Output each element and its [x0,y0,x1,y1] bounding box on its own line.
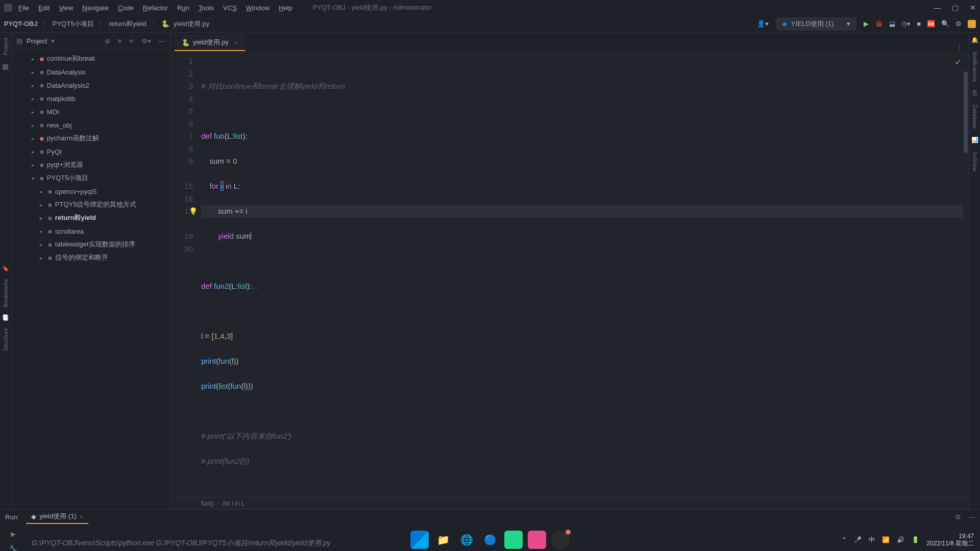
sciview-button[interactable]: SciView [972,152,978,171]
editor-more-icon[interactable]: ⋮ [956,43,963,51]
database-icon[interactable]: 🗄 [972,90,977,96]
bookmarks-icon[interactable]: 🔖 [2,265,9,272]
chrome-icon[interactable]: 🔵 [481,531,499,549]
run-tab[interactable]: ◆ yield使用 (1) × [26,510,88,524]
wifi-icon[interactable]: 📶 [882,536,890,543]
tree-item-scrollarea[interactable]: ▸■scrollarea [11,224,170,238]
database-button[interactable]: Database [972,105,978,129]
notifications-icon[interactable]: 🔔 [971,37,978,43]
close-tab-icon[interactable]: × [234,39,238,46]
stop-button[interactable]: ■ [917,20,921,28]
breadcrumb-item[interactable]: return和yield [109,19,146,29]
breadcrumb-file[interactable]: yield使用.py [174,19,209,29]
tree-item-matplotlib[interactable]: ▸■matplotlib [11,92,170,105]
project-panel-title[interactable]: Project [27,37,47,45]
project-stripe-icon[interactable]: ▦ [2,62,9,70]
tree-item-tablewidget实现数据的排序[interactable]: ▸■tablewidget实现数据的排序 [11,238,170,251]
plugin-icon[interactable] [968,20,976,28]
expand-icon[interactable]: ≡ [117,37,121,45]
breadcrumb-root[interactable]: PYQT-OBJ [4,20,38,28]
breadcrumb-item[interactable]: PYQT5小项目 [53,19,94,29]
chevron-down-icon[interactable]: ▾ [51,37,55,45]
menu-window[interactable]: Window [246,4,270,12]
editor-scrollbar[interactable] [963,51,969,497]
structure-icon[interactable]: 📑 [2,314,9,321]
tree-item-continue和break[interactable]: ▸■continue和break [11,52,170,65]
minimize-button[interactable]: ― [934,4,941,12]
folder-icon: ■ [40,55,44,63]
editor-tab[interactable]: 🐍 yield使用.py × [175,35,245,51]
menu-run[interactable]: Run [177,4,189,12]
close-button[interactable]: ✕ [970,4,976,12]
project-tree[interactable]: ▸■continue和break▸■DataAnalysis▸■DataAnal… [11,50,170,509]
gutter: 1234567891516171920 [170,51,201,497]
menu-vcs[interactable]: VCS [223,4,237,12]
clock[interactable]: 19:47 2022/11/8 星期二 [926,533,974,547]
run-settings-icon[interactable]: ⚙ [955,513,961,521]
ime-icon[interactable]: 中 [869,536,875,544]
breadcrumbs[interactable]: PYQT-OBJ 〉 PYQT5小项目 〉 return和yield 〉 🐍 y… [4,19,209,29]
hide-icon[interactable]: — [158,37,165,45]
tree-item-DataAnalysis[interactable]: ▸■DataAnalysis [11,65,170,79]
structure-button[interactable]: Structure [3,328,9,351]
microphone-icon[interactable]: 🎤 [854,536,862,543]
breadcrumb-for[interactable]: for i in L [223,500,245,507]
obs-icon[interactable] [551,531,570,549]
menu-code[interactable]: Code [118,4,134,12]
intention-bulb-icon[interactable]: 💡 [189,205,198,218]
tree-item-DataAnalysis2[interactable]: ▸■DataAnalysis2 [11,79,170,92]
collapse-icon[interactable]: ≐ [129,37,134,45]
breadcrumb-fn[interactable]: fun() [201,500,214,507]
notifications-button[interactable]: Notifications [972,52,978,82]
tree-item-label: new_obj [47,121,71,129]
target-icon[interactable]: ⊕ [105,37,110,45]
coverage-button[interactable]: ⬓ [889,20,895,28]
close-run-tab-icon[interactable]: × [80,513,84,520]
menu-refactor[interactable]: Refactor [143,4,168,12]
battery-icon[interactable]: 🔋 [912,536,919,543]
folder-icon: ■ [40,82,44,89]
tree-item-PyQt[interactable]: ▸■PyQt [11,145,170,158]
tree-item-label: PyQt [47,148,62,156]
settings-icon[interactable]: ⚙ [955,20,962,28]
pycharm-taskbar-icon[interactable] [504,531,523,549]
settings-icon[interactable]: ⚙▾ [141,37,151,45]
menu-tools[interactable]: Tools [199,4,214,12]
code-editor[interactable]: 1234567891516171920 ✓ # 对比continue和break… [170,51,969,497]
tray-chevron-icon[interactable]: ⌃ [842,536,847,543]
run-button[interactable]: ▶ [864,20,869,28]
sciview-icon[interactable]: 📊 [971,137,978,143]
edge-icon[interactable]: 🌐 [457,531,476,549]
run-config-selector[interactable]: ◆ YIELD使用 (1) ▾ [776,17,856,31]
start-button[interactable] [410,531,429,549]
tree-item-new_obj[interactable]: ▸■new_obj [11,118,170,132]
user-icon[interactable]: 👤▾ [757,20,769,28]
menu-file[interactable]: File [18,4,29,12]
editor-breadcrumbs[interactable]: fun() for i in L [170,497,969,509]
menu-help[interactable]: Help [279,4,292,12]
search-icon[interactable]: 🔍 [941,20,949,28]
python-icon: ◆ [31,513,36,520]
tree-item-PYQT5小项目[interactable]: ▾■PYQT5小项目 [11,171,170,185]
volume-icon[interactable]: 🔊 [897,536,904,543]
tree-item-pycharm函数注解[interactable]: ▸■pycharm函数注解 [11,132,170,145]
locale-icon[interactable]: 🆎 [927,20,935,28]
inspection-ok-icon[interactable]: ✓ [955,56,962,69]
tree-item-return和yield[interactable]: ▸■return和yield [11,211,170,224]
menu-view[interactable]: View [59,4,73,12]
menu-navigate[interactable]: Navigate [82,4,108,12]
bookmarks-button[interactable]: Bookmarks [3,279,9,307]
file-explorer-icon[interactable]: 📁 [434,531,452,549]
profile-button[interactable]: ◷▾ [901,20,911,28]
tree-item-PTQY5信号绑定的其他方式[interactable]: ▸■PTQY5信号绑定的其他方式 [11,198,170,211]
debug-button[interactable]: 🐞 [875,20,883,28]
app-icon[interactable] [528,531,546,549]
menu-edit[interactable]: Edit [38,4,50,12]
tree-item-pyqt+浏览器[interactable]: ▸■pyqt+浏览器 [11,158,170,171]
tree-item-信号的绑定和断开[interactable]: ▸■信号的绑定和断开 [11,251,170,264]
maximize-button[interactable]: ▢ [952,4,959,12]
tree-item-opencv+pyqt5[interactable]: ▸■opencv+pyqt5 [11,185,170,198]
project-tool-button[interactable]: Project [3,38,9,55]
hide-run-icon[interactable]: — [968,513,975,521]
tree-item-MDI[interactable]: ▸■MDI [11,105,170,118]
